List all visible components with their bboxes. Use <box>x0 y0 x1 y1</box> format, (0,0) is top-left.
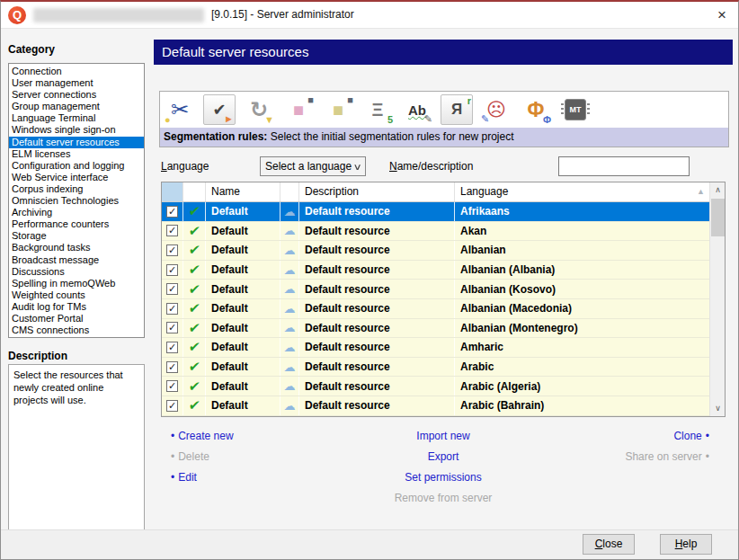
auto-translation-rules-icon[interactable]: Ξ5 <box>361 94 394 125</box>
sidebar-item[interactable]: Background tasks <box>9 242 144 253</box>
language-column-header[interactable]: Language ▲ <box>455 182 709 201</box>
table-row[interactable]: ✓✔Default☁Default resourceAlbanian (Koso… <box>162 280 709 299</box>
row-checkbox[interactable]: ✓ <box>166 206 178 218</box>
sidebar-item[interactable]: Server connections <box>9 89 144 101</box>
resource-language: Afrikaans <box>455 205 510 218</box>
table-row[interactable]: ✓✔Default☁Default resourceAfrikaans <box>162 202 709 222</box>
enabled-check-icon: ✔ <box>187 203 200 219</box>
qa-settings-icon[interactable]: ✔► <box>203 94 236 125</box>
table-row[interactable]: ✓✔Default☁Default resourceAlbanian (Mace… <box>162 299 709 319</box>
scrollbar-thumb[interactable] <box>711 199 725 236</box>
row-checkbox[interactable]: ✓ <box>166 303 178 315</box>
enabled-check-icon: ✔ <box>187 242 200 258</box>
sidebar-item[interactable]: Customer Portal <box>9 313 144 324</box>
row-checkbox[interactable]: ✓ <box>166 225 178 236</box>
page-title: Default server resources <box>154 40 308 65</box>
sidebar-item[interactable]: ELM licenses <box>9 148 144 160</box>
autocorrect-icon[interactable]: Ab✎ <box>401 94 433 125</box>
link-set-permissions[interactable]: Set permissions <box>161 467 726 488</box>
sidebar-item[interactable]: Windows single sign-on <box>9 124 144 136</box>
table-row[interactable]: ✓✔Default☁Default resourceArabic <box>162 358 709 378</box>
resource-description: Default resource <box>299 225 390 237</box>
close-button[interactable]: Close <box>583 534 635 555</box>
cloud-icon: ☁ <box>284 379 296 393</box>
sidebar-item[interactable]: Configuration and logging <box>9 160 144 172</box>
sidebar-item[interactable]: Corpus indexing <box>9 183 144 195</box>
resource-name: Default <box>206 263 248 276</box>
category-list[interactable]: ConnectionUser managementServer connecti… <box>8 63 145 338</box>
ignore-lists-icon[interactable]: ↻▼ <box>243 94 275 125</box>
cloud-column-header[interactable] <box>280 182 299 201</box>
sidebar-item[interactable]: Archiving <box>9 207 144 218</box>
table-row[interactable]: ✓✔Default☁Default resourceArabic (Algeri… <box>162 377 709 396</box>
cloud-icon: ☁ <box>284 282 296 296</box>
cloud-icon: ☁ <box>284 360 296 374</box>
tm-settings-icon[interactable]: ■■ <box>282 94 315 125</box>
row-checkbox[interactable]: ✓ <box>166 380 178 392</box>
lqa-models-icon[interactable]: ☹✎ <box>480 94 512 125</box>
table-scrollbar[interactable]: ∧ ∨ <box>709 182 725 416</box>
resource-description: Default resource <box>299 360 390 373</box>
name-column-header[interactable]: Name <box>206 182 280 201</box>
row-checkbox[interactable]: ✓ <box>166 400 178 412</box>
row-checkbox[interactable]: ✓ <box>166 342 178 353</box>
sidebar-item[interactable]: Performance counters <box>9 218 144 230</box>
description-text: Select the resources that newly created … <box>8 364 145 531</box>
sidebar-item[interactable]: Storage <box>9 230 144 242</box>
resource-language: Albanian (Kosovo) <box>455 283 556 296</box>
table-row[interactable]: ✓✔Default☁Default resourceArabic (Bahrai… <box>162 396 709 416</box>
cloud-icon: ☁ <box>284 399 296 413</box>
sidebar-item[interactable]: Discussions <box>9 266 144 278</box>
sidebar-item[interactable]: Omniscien Technologies <box>9 195 144 207</box>
status-column-header[interactable] <box>183 182 206 201</box>
sidebar-item[interactable]: Web Service interface <box>9 172 144 183</box>
enabled-check-icon: ✔ <box>187 223 200 239</box>
sidebar-item[interactable]: Connection <box>9 66 144 77</box>
sidebar-item[interactable]: Broadcast message <box>9 254 144 266</box>
row-checkbox[interactable]: ✓ <box>166 244 178 256</box>
mt-settings-icon[interactable]: MT <box>559 94 592 125</box>
table-row[interactable]: ✓✔Default☁Default resourceAmharic <box>162 338 709 358</box>
row-checkbox[interactable]: ✓ <box>166 264 178 276</box>
sidebar-item[interactable]: Audit log for TMs <box>9 301 144 313</box>
scroll-up-icon[interactable]: ∧ <box>710 182 726 198</box>
table-row[interactable]: ✓✔Default☁Default resourceAlbanian <box>162 241 709 261</box>
table-row[interactable]: ✓✔Default☁Default resourceAlbanian (Alba… <box>162 261 709 280</box>
sidebar-item[interactable]: Language Terminal <box>9 112 144 124</box>
cloud-icon: ☁ <box>284 244 296 257</box>
table-row[interactable]: ✓✔Default☁Default resourceAlbanian (Mont… <box>162 319 709 339</box>
name-filter-input[interactable] <box>558 156 690 176</box>
language-dropdown[interactable]: Select a language ∨ <box>260 156 366 176</box>
sidebar-item[interactable]: Spelling in memoQWeb <box>9 278 144 289</box>
sidebar-item[interactable]: CMS connections <box>9 324 144 336</box>
memoq-logo-icon: Q <box>8 6 26 24</box>
description-column-header[interactable]: Description <box>299 182 455 201</box>
resource-name: Default <box>206 322 248 334</box>
resource-description: Default resource <box>299 302 390 315</box>
sidebar-item[interactable]: Default server resources <box>9 137 144 148</box>
link-clone[interactable]: Clone• <box>625 426 713 447</box>
row-checkbox[interactable]: ✓ <box>166 283 178 295</box>
resource-description: Default resource <box>299 399 390 412</box>
select-all-column-header[interactable] <box>162 182 183 201</box>
window-title: [9.0.15] - Server administrator <box>211 2 354 28</box>
cloud-icon: ☁ <box>284 341 296 354</box>
non-translatables-icon[interactable]: ΦΦ <box>520 94 552 125</box>
row-checkbox[interactable]: ✓ <box>166 361 178 373</box>
close-window-icon[interactable]: × <box>708 2 736 28</box>
scroll-down-icon[interactable]: ∨ <box>710 401 726 416</box>
segmentation-rules-icon[interactable]: ✂● <box>164 94 196 125</box>
sidebar-item[interactable]: Weighted counts <box>9 289 144 301</box>
sidebar-item[interactable]: User management <box>9 77 144 89</box>
font-substitution-icon[interactable]: Яr <box>441 94 473 125</box>
livedocs-settings-icon[interactable]: ■■ <box>322 94 354 125</box>
table-row[interactable]: ✓✔Default☁Default resourceAkan <box>162 222 709 242</box>
title-bar: Q [9.0.15] - Server administrator × <box>1 2 738 29</box>
chevron-down-icon: ∨ <box>352 162 361 172</box>
help-button[interactable]: Help <box>660 534 712 555</box>
sidebar-item[interactable]: Group management <box>9 101 144 112</box>
enabled-check-icon: ✔ <box>187 397 200 413</box>
resource-language: Akan <box>455 225 486 237</box>
resource-name: Default <box>206 283 248 296</box>
row-checkbox[interactable]: ✓ <box>166 322 178 333</box>
